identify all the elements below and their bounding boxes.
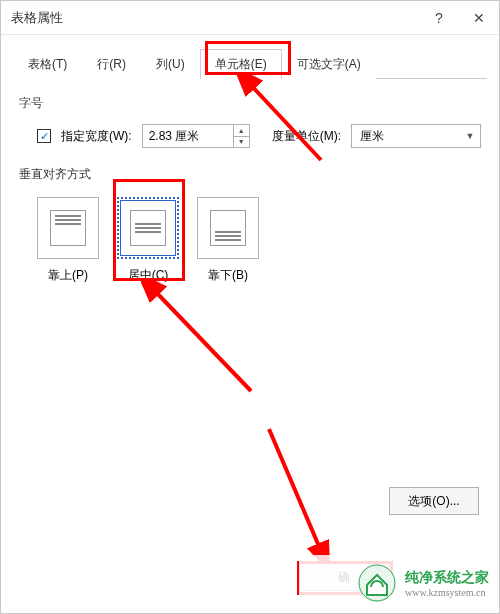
watermark: 纯净系统之家 www.kzmsystem.cn: [299, 555, 499, 611]
spinner[interactable]: ▲ ▼: [233, 125, 249, 147]
unit-label: 度量单位(M):: [272, 128, 341, 145]
tab-alttext[interactable]: 可选文字(A): [282, 49, 376, 79]
valign-top-label: 靠上(P): [48, 267, 88, 284]
help-button[interactable]: ?: [419, 1, 459, 35]
valign-top-option[interactable]: 靠上(P): [37, 197, 99, 284]
vertical-align-group: 垂直对齐方式 靠上(P) 居中(C): [19, 166, 481, 284]
valign-group-label: 垂直对齐方式: [19, 166, 481, 183]
spin-down-icon[interactable]: ▼: [234, 137, 249, 148]
unit-value: 厘米: [352, 128, 392, 145]
svg-line-2: [269, 429, 321, 551]
size-group-label: 字号: [19, 95, 481, 112]
annotation-arrow-2: [141, 281, 261, 401]
tab-table[interactable]: 表格(T): [13, 49, 82, 79]
valign-center-icon: [117, 197, 179, 259]
titlebar: 表格属性 ? ✕: [1, 1, 499, 35]
table-properties-dialog: 表格属性 ? ✕ 表格(T) 行(R) 列(U) 单元格(E) 可选文字(A) …: [0, 0, 500, 614]
preferred-width-row: ✓ 指定宽度(W): 2.83 厘米 ▲ ▼ 度量单位(M): 厘米 ▼: [37, 124, 481, 148]
preferred-width-input[interactable]: 2.83 厘米 ▲ ▼: [142, 124, 250, 148]
preferred-width-value: 2.83 厘米: [143, 125, 233, 147]
svg-line-1: [153, 289, 251, 391]
tab-bar: 表格(T) 行(R) 列(U) 单元格(E) 可选文字(A): [13, 49, 487, 79]
watermark-logo-icon: [357, 563, 397, 603]
valign-bottom-label: 靠下(B): [208, 267, 248, 284]
valign-bottom-icon: [197, 197, 259, 259]
window-title: 表格属性: [11, 9, 419, 27]
tab-cell[interactable]: 单元格(E): [200, 49, 282, 79]
spin-up-icon[interactable]: ▲: [234, 125, 249, 137]
watermark-text: 纯净系统之家 www.kzmsystem.cn: [405, 569, 489, 598]
watermark-zh: 纯净系统之家: [405, 569, 489, 587]
unit-select[interactable]: 厘米 ▼: [351, 124, 481, 148]
tab-column[interactable]: 列(U): [141, 49, 200, 79]
valign-options: 靠上(P) 居中(C) 靠下(B: [37, 197, 481, 284]
valign-center-label: 居中(C): [128, 267, 169, 284]
chevron-down-icon: ▼: [460, 131, 480, 141]
valign-top-icon: [37, 197, 99, 259]
close-button[interactable]: ✕: [459, 1, 499, 35]
options-button[interactable]: 选项(O)...: [389, 487, 479, 515]
watermark-en: www.kzmsystem.cn: [405, 587, 485, 598]
preferred-width-label: 指定宽度(W):: [61, 128, 132, 145]
close-icon: ✕: [473, 10, 485, 26]
tab-row[interactable]: 行(R): [82, 49, 141, 79]
valign-center-option[interactable]: 居中(C): [117, 197, 179, 284]
tab-content: 字号 ✓ 指定宽度(W): 2.83 厘米 ▲ ▼ 度量单位(M): 厘米 ▼ …: [1, 79, 499, 284]
valign-bottom-option[interactable]: 靠下(B): [197, 197, 259, 284]
annotation-arrow-3: [261, 421, 341, 561]
preferred-width-checkbox[interactable]: ✓: [37, 129, 51, 143]
